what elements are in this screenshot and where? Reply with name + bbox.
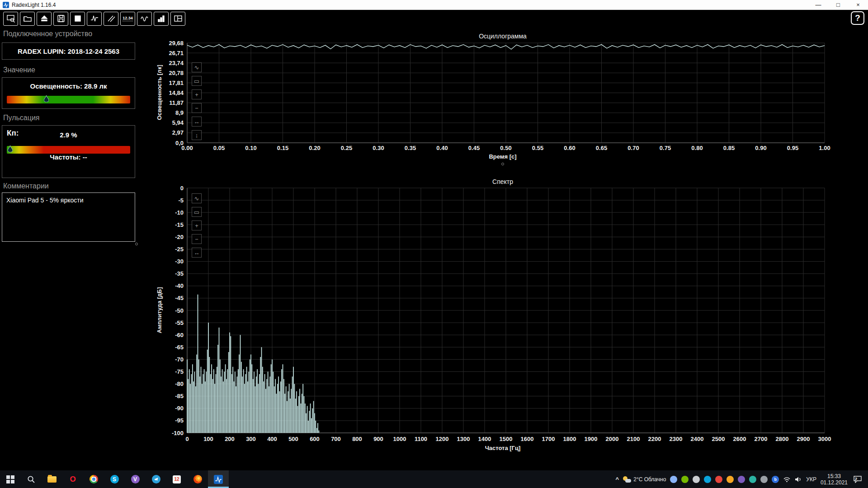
sidebar-resize-grip[interactable] [135,243,138,245]
notification-badge: 2 [855,477,857,481]
slope-measure-button[interactable] [104,12,118,26]
svg-text:1200: 1200 [436,436,449,442]
start-button[interactable] [0,470,21,488]
tray-expand-chevron[interactable]: ^ [616,476,619,483]
device-panel: RADEX LUPIN: 2018-12-24 2563 [2,42,135,60]
fit-vertical-icon[interactable]: ↕ [192,130,202,140]
svg-text:0.75: 0.75 [660,145,671,151]
svg-text:100: 100 [203,436,213,442]
svg-text:-5: -5 [178,197,184,204]
svg-text:-80: -80 [175,380,184,387]
svg-text:1600: 1600 [521,436,534,442]
waveform-icon [140,14,149,23]
zoom-out-icon[interactable]: − [192,234,202,244]
close-button[interactable]: × [848,0,868,9]
zoom-out-icon[interactable]: − [192,103,202,113]
svg-text:2100: 2100 [627,436,640,442]
taskbar-radexlight-active[interactable] [208,470,229,488]
taskbar-viber[interactable]: V [125,470,146,488]
zoom-box-icon[interactable]: ▭ [192,76,202,86]
maximize-button[interactable]: □ [828,0,848,9]
system-tray: ^ 2°C Облачно b УКР 15:33 01.12.2021 [616,470,868,488]
network-icon[interactable] [783,476,791,483]
svg-text:800: 800 [352,436,362,442]
search-device-button[interactable] [3,12,18,26]
zoom-wave-icon[interactable]: ∿ [192,193,202,203]
save-button[interactable] [53,12,68,26]
svg-text:-100: -100 [172,430,184,436]
svg-text:2200: 2200 [648,436,661,442]
zoom-in-icon[interactable]: + [192,89,202,99]
help-button[interactable]: ? [851,11,864,25]
svg-text:1900: 1900 [585,436,598,442]
svg-text:0.45: 0.45 [468,145,480,151]
layout-view-button[interactable] [170,12,185,26]
taskbar-skype[interactable]: S [104,470,125,488]
tray-app-icon[interactable] [693,476,700,483]
taskbar-chrome[interactable] [83,470,104,488]
svg-text:-85: -85 [175,393,184,399]
pulsation-gauge [7,146,130,154]
tray-app-icon[interactable] [738,476,745,483]
tray-app-icon[interactable] [704,476,711,483]
svg-text:2,97: 2,97 [172,129,184,136]
tray-app-icon[interactable] [715,476,722,483]
notification-center-button[interactable]: 2 [852,474,863,485]
zoom-wave-icon[interactable]: ∿ [192,62,202,72]
open-file-button[interactable] [20,12,35,26]
tray-app-icon[interactable] [681,476,689,483]
comments-section-label: Комментарии [3,182,49,190]
tray-app-icon[interactable] [749,476,756,483]
taskbar-clock[interactable]: 15:33 01.12.2021 [821,473,848,486]
fit-horizontal-icon[interactable]: ↔ [192,248,202,258]
signal-settings-button[interactable] [87,12,102,26]
taskbar-opera[interactable]: O [62,470,83,488]
taskbar-telegram[interactable] [146,470,166,488]
fit-horizontal-icon[interactable]: ↔ [192,117,202,127]
svg-text:-65: -65 [175,344,184,351]
bluetooth-icon[interactable]: b [772,476,779,483]
tray-app-icon[interactable] [670,476,677,483]
oscillogram-view-button[interactable] [137,12,152,26]
svg-text:0.30: 0.30 [373,145,384,151]
spectrum-view-button[interactable] [154,12,169,26]
search-icon [27,475,35,483]
spectrum-plot[interactable]: 0100200300400500600700800900100011001200… [149,184,833,451]
tray-app-icon[interactable] [726,476,734,483]
svg-text:1300: 1300 [457,436,470,442]
taskbar-firefox[interactable] [187,470,208,488]
taskbar-file-explorer[interactable] [42,470,62,488]
comments-input[interactable]: Xiaomi Pad 5 - 5% яркости [2,192,135,242]
oscillogram-plot[interactable]: 0.000.050.100.150.200.250.300.350.400.45… [149,38,833,161]
tray-app-icon[interactable] [760,476,768,483]
zoom-box-icon[interactable]: ▭ [192,207,202,217]
floppy-save-icon [57,14,66,23]
svg-text:0.15: 0.15 [277,145,288,151]
taskbar-search-button[interactable] [21,470,42,488]
numeric-display-button[interactable]: 12.34 [120,12,135,26]
svg-text:-20: -20 [175,234,184,240]
main-toolbar: 12.34 [0,10,868,27]
svg-text:26,71: 26,71 [169,50,184,56]
language-indicator[interactable]: УКР [806,476,816,483]
svg-text:2600: 2600 [733,436,746,442]
stop-button[interactable] [70,12,85,26]
svg-text:-10: -10 [175,209,184,216]
minimize-button[interactable]: — [808,0,828,9]
svg-text:-15: -15 [175,221,184,228]
svg-text:0.10: 0.10 [245,145,256,151]
svg-text:2300: 2300 [670,436,683,442]
svg-text:1100: 1100 [415,436,427,442]
svg-text:-55: -55 [175,319,184,326]
chart-splitter-grip[interactable] [501,163,504,165]
app-logo-icon [3,2,9,8]
weather-widget[interactable]: 2°C Облачно [623,476,666,483]
taskbar-calendar[interactable]: 12 [166,470,187,488]
zoom-in-icon[interactable]: + [192,221,202,230]
volume-icon[interactable] [795,476,802,483]
svg-text:1400: 1400 [478,436,491,442]
eject-button[interactable] [37,12,52,26]
svg-text:0.80: 0.80 [691,145,703,151]
svg-text:0.05: 0.05 [213,145,225,151]
svg-text:14,84: 14,84 [169,89,184,96]
